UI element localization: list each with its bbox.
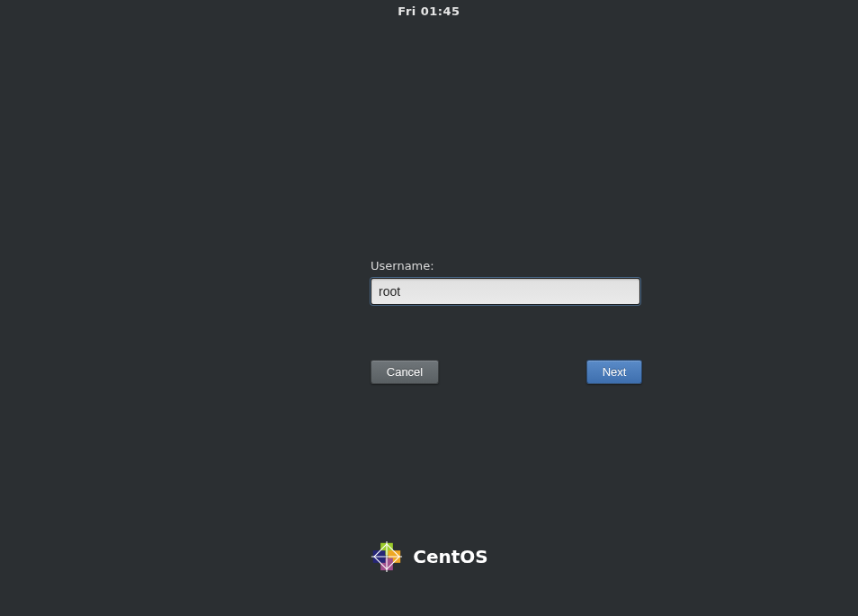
centos-logo-icon [370, 540, 404, 574]
branding: CentOS [0, 540, 858, 574]
username-input[interactable] [371, 278, 640, 305]
clock: Fri 01:45 [398, 4, 460, 18]
login-form: Username: [371, 259, 642, 305]
brand-name: CentOS [413, 546, 487, 567]
username-label: Username: [371, 259, 642, 272]
top-bar: Fri 01:45 [0, 0, 858, 22]
button-row: Cancel Next [371, 360, 642, 384]
cancel-button[interactable]: Cancel [371, 360, 439, 384]
next-button[interactable]: Next [586, 360, 642, 384]
